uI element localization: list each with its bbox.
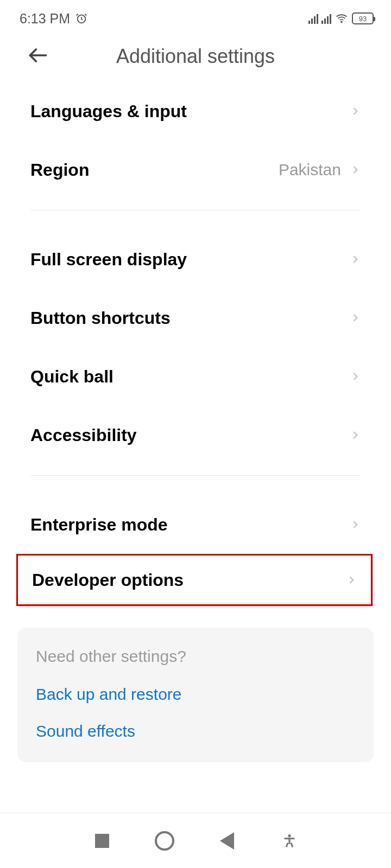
navigation-bar [0, 813, 391, 868]
svg-point-1 [341, 22, 342, 23]
settings-list: Languages & input Region Pakistan Full s… [0, 82, 391, 762]
page-title: Additional settings [11, 45, 380, 68]
status-bar: 6:13 PM 93 [0, 0, 391, 30]
chevron-right-icon [350, 515, 361, 534]
status-time: 6:13 PM [20, 11, 70, 27]
svg-rect-6 [285, 843, 288, 847]
divider [30, 210, 361, 210]
back-button[interactable] [26, 43, 50, 69]
chevron-right-icon [350, 309, 361, 327]
settings-item-languages-input[interactable]: Languages & input [0, 82, 391, 141]
nav-home-button[interactable] [148, 825, 181, 857]
square-icon [95, 834, 109, 848]
settings-item-button-shortcuts[interactable]: Button shortcuts [0, 289, 391, 347]
status-right: 93 [308, 12, 374, 24]
battery-percent: 93 [359, 15, 367, 23]
highlight-annotation: Developer options [16, 554, 373, 606]
divider [30, 475, 361, 476]
chevron-right-icon [350, 250, 361, 269]
nav-back-button[interactable] [211, 825, 243, 857]
nav-accessibility-button[interactable] [273, 825, 306, 857]
item-value: Pakistan [279, 161, 341, 179]
need-other-settings-card: Need other settings? Back up and restore… [17, 628, 374, 762]
svg-rect-7 [290, 843, 293, 847]
svg-rect-5 [284, 838, 294, 839]
item-label: Quick ball [30, 367, 113, 387]
triangle-icon [220, 832, 234, 850]
settings-item-full-screen-display[interactable]: Full screen display [0, 230, 391, 289]
chevron-right-icon [350, 161, 361, 179]
link-back-up-and-restore[interactable]: Back up and restore [36, 685, 355, 704]
link-sound-effects[interactable]: Sound effects [36, 722, 355, 741]
chevron-right-icon [350, 367, 361, 386]
circle-icon [155, 831, 174, 851]
svg-point-3 [288, 834, 291, 837]
settings-item-developer-options[interactable]: Developer options [18, 556, 371, 604]
settings-item-enterprise-mode[interactable]: Enterprise mode [0, 495, 391, 554]
app-header: Additional settings [0, 30, 391, 82]
signal-icon [321, 13, 331, 24]
battery-icon: 93 [352, 12, 374, 24]
item-label: Languages & input [30, 101, 187, 122]
item-label: Enterprise mode [30, 515, 168, 535]
status-left: 6:13 PM [20, 11, 87, 27]
item-label: Button shortcuts [30, 308, 171, 328]
chevron-right-icon [346, 571, 357, 589]
nav-recent-button[interactable] [86, 825, 118, 857]
settings-item-accessibility[interactable]: Accessibility [0, 406, 391, 464]
chevron-right-icon [350, 102, 361, 120]
settings-item-quick-ball[interactable]: Quick ball [0, 347, 391, 406]
item-label: Accessibility [30, 425, 137, 445]
item-label: Region [30, 160, 89, 180]
alarm-icon [75, 12, 87, 24]
accessibility-icon [282, 832, 297, 850]
item-label: Full screen display [30, 250, 187, 270]
need-card-title: Need other settings? [36, 647, 355, 666]
item-label: Developer options [32, 570, 184, 590]
signal-icon [308, 13, 318, 24]
wifi-icon [335, 12, 349, 24]
settings-item-region[interactable]: Region Pakistan [0, 141, 391, 199]
chevron-right-icon [350, 426, 361, 444]
